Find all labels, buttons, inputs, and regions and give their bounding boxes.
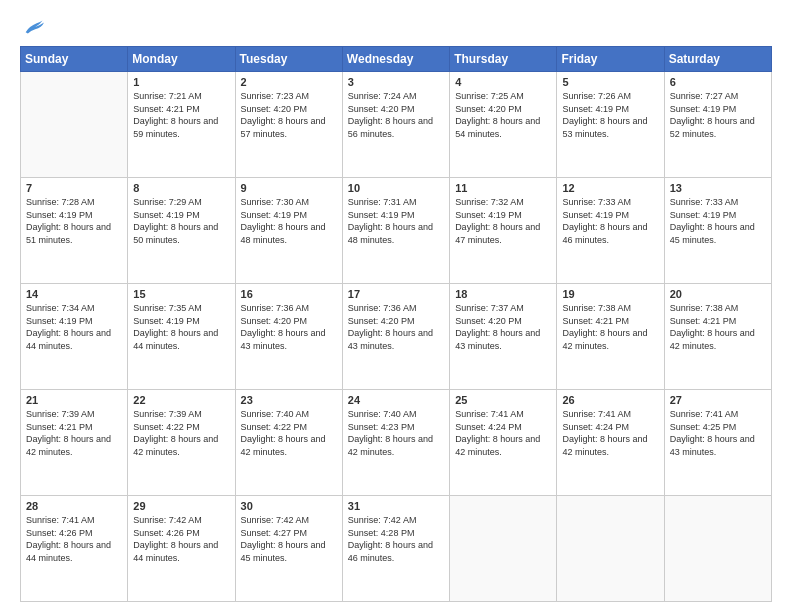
- calendar-week-row: 28Sunrise: 7:41 AM Sunset: 4:26 PM Dayli…: [21, 496, 772, 602]
- day-info: Sunrise: 7:33 AM Sunset: 4:19 PM Dayligh…: [562, 196, 658, 246]
- day-number: 7: [26, 182, 122, 194]
- day-info: Sunrise: 7:31 AM Sunset: 4:19 PM Dayligh…: [348, 196, 444, 246]
- calendar-day-cell: 19Sunrise: 7:38 AM Sunset: 4:21 PM Dayli…: [557, 284, 664, 390]
- calendar-day-cell: 1Sunrise: 7:21 AM Sunset: 4:21 PM Daylig…: [128, 72, 235, 178]
- day-number: 30: [241, 500, 337, 512]
- day-of-week-header: Monday: [128, 47, 235, 72]
- day-info: Sunrise: 7:30 AM Sunset: 4:19 PM Dayligh…: [241, 196, 337, 246]
- calendar-day-cell: 30Sunrise: 7:42 AM Sunset: 4:27 PM Dayli…: [235, 496, 342, 602]
- calendar-day-cell: 20Sunrise: 7:38 AM Sunset: 4:21 PM Dayli…: [664, 284, 771, 390]
- day-number: 8: [133, 182, 229, 194]
- calendar-day-cell: 13Sunrise: 7:33 AM Sunset: 4:19 PM Dayli…: [664, 178, 771, 284]
- day-number: 20: [670, 288, 766, 300]
- calendar-day-cell: 24Sunrise: 7:40 AM Sunset: 4:23 PM Dayli…: [342, 390, 449, 496]
- day-number: 31: [348, 500, 444, 512]
- calendar-day-cell: 2Sunrise: 7:23 AM Sunset: 4:20 PM Daylig…: [235, 72, 342, 178]
- day-info: Sunrise: 7:36 AM Sunset: 4:20 PM Dayligh…: [348, 302, 444, 352]
- day-info: Sunrise: 7:38 AM Sunset: 4:21 PM Dayligh…: [562, 302, 658, 352]
- day-info: Sunrise: 7:41 AM Sunset: 4:25 PM Dayligh…: [670, 408, 766, 458]
- day-info: Sunrise: 7:41 AM Sunset: 4:24 PM Dayligh…: [455, 408, 551, 458]
- day-number: 18: [455, 288, 551, 300]
- calendar-day-cell: 21Sunrise: 7:39 AM Sunset: 4:21 PM Dayli…: [21, 390, 128, 496]
- day-info: Sunrise: 7:42 AM Sunset: 4:27 PM Dayligh…: [241, 514, 337, 564]
- day-number: 3: [348, 76, 444, 88]
- day-number: 19: [562, 288, 658, 300]
- day-number: 5: [562, 76, 658, 88]
- calendar-table: SundayMondayTuesdayWednesdayThursdayFrid…: [20, 46, 772, 602]
- day-info: Sunrise: 7:42 AM Sunset: 4:26 PM Dayligh…: [133, 514, 229, 564]
- day-info: Sunrise: 7:39 AM Sunset: 4:21 PM Dayligh…: [26, 408, 122, 458]
- day-info: Sunrise: 7:21 AM Sunset: 4:21 PM Dayligh…: [133, 90, 229, 140]
- day-number: 17: [348, 288, 444, 300]
- calendar-day-cell: 15Sunrise: 7:35 AM Sunset: 4:19 PM Dayli…: [128, 284, 235, 390]
- day-number: 21: [26, 394, 122, 406]
- day-number: 22: [133, 394, 229, 406]
- calendar-day-cell: 26Sunrise: 7:41 AM Sunset: 4:24 PM Dayli…: [557, 390, 664, 496]
- day-info: Sunrise: 7:41 AM Sunset: 4:24 PM Dayligh…: [562, 408, 658, 458]
- logo: [20, 18, 44, 36]
- calendar-day-cell: 7Sunrise: 7:28 AM Sunset: 4:19 PM Daylig…: [21, 178, 128, 284]
- calendar-day-cell: 3Sunrise: 7:24 AM Sunset: 4:20 PM Daylig…: [342, 72, 449, 178]
- calendar-day-cell: 10Sunrise: 7:31 AM Sunset: 4:19 PM Dayli…: [342, 178, 449, 284]
- day-number: 29: [133, 500, 229, 512]
- day-number: 15: [133, 288, 229, 300]
- day-number: 28: [26, 500, 122, 512]
- day-number: 16: [241, 288, 337, 300]
- day-info: Sunrise: 7:26 AM Sunset: 4:19 PM Dayligh…: [562, 90, 658, 140]
- day-number: 4: [455, 76, 551, 88]
- calendar-day-cell: 28Sunrise: 7:41 AM Sunset: 4:26 PM Dayli…: [21, 496, 128, 602]
- day-info: Sunrise: 7:36 AM Sunset: 4:20 PM Dayligh…: [241, 302, 337, 352]
- calendar-day-cell: 18Sunrise: 7:37 AM Sunset: 4:20 PM Dayli…: [450, 284, 557, 390]
- day-info: Sunrise: 7:41 AM Sunset: 4:26 PM Dayligh…: [26, 514, 122, 564]
- day-number: 27: [670, 394, 766, 406]
- calendar-day-cell: 9Sunrise: 7:30 AM Sunset: 4:19 PM Daylig…: [235, 178, 342, 284]
- calendar-day-cell: [664, 496, 771, 602]
- day-info: Sunrise: 7:27 AM Sunset: 4:19 PM Dayligh…: [670, 90, 766, 140]
- day-info: Sunrise: 7:34 AM Sunset: 4:19 PM Dayligh…: [26, 302, 122, 352]
- calendar-day-cell: 16Sunrise: 7:36 AM Sunset: 4:20 PM Dayli…: [235, 284, 342, 390]
- day-info: Sunrise: 7:28 AM Sunset: 4:19 PM Dayligh…: [26, 196, 122, 246]
- day-number: 11: [455, 182, 551, 194]
- day-of-week-header: Thursday: [450, 47, 557, 72]
- calendar-week-row: 21Sunrise: 7:39 AM Sunset: 4:21 PM Dayli…: [21, 390, 772, 496]
- calendar-day-cell: 5Sunrise: 7:26 AM Sunset: 4:19 PM Daylig…: [557, 72, 664, 178]
- day-info: Sunrise: 7:37 AM Sunset: 4:20 PM Dayligh…: [455, 302, 551, 352]
- calendar-day-cell: 22Sunrise: 7:39 AM Sunset: 4:22 PM Dayli…: [128, 390, 235, 496]
- page: SundayMondayTuesdayWednesdayThursdayFrid…: [0, 0, 792, 612]
- calendar-week-row: 7Sunrise: 7:28 AM Sunset: 4:19 PM Daylig…: [21, 178, 772, 284]
- calendar-day-cell: 11Sunrise: 7:32 AM Sunset: 4:19 PM Dayli…: [450, 178, 557, 284]
- calendar-week-row: 14Sunrise: 7:34 AM Sunset: 4:19 PM Dayli…: [21, 284, 772, 390]
- day-of-week-header: Wednesday: [342, 47, 449, 72]
- day-number: 26: [562, 394, 658, 406]
- day-info: Sunrise: 7:39 AM Sunset: 4:22 PM Dayligh…: [133, 408, 229, 458]
- day-of-week-header: Sunday: [21, 47, 128, 72]
- day-number: 6: [670, 76, 766, 88]
- day-info: Sunrise: 7:29 AM Sunset: 4:19 PM Dayligh…: [133, 196, 229, 246]
- calendar-day-cell: 27Sunrise: 7:41 AM Sunset: 4:25 PM Dayli…: [664, 390, 771, 496]
- day-number: 12: [562, 182, 658, 194]
- day-info: Sunrise: 7:40 AM Sunset: 4:22 PM Dayligh…: [241, 408, 337, 458]
- day-number: 2: [241, 76, 337, 88]
- day-number: 23: [241, 394, 337, 406]
- calendar-day-cell: 6Sunrise: 7:27 AM Sunset: 4:19 PM Daylig…: [664, 72, 771, 178]
- day-info: Sunrise: 7:35 AM Sunset: 4:19 PM Dayligh…: [133, 302, 229, 352]
- day-number: 9: [241, 182, 337, 194]
- day-info: Sunrise: 7:38 AM Sunset: 4:21 PM Dayligh…: [670, 302, 766, 352]
- logo-bird-icon: [22, 18, 44, 36]
- day-number: 10: [348, 182, 444, 194]
- day-info: Sunrise: 7:24 AM Sunset: 4:20 PM Dayligh…: [348, 90, 444, 140]
- day-number: 25: [455, 394, 551, 406]
- calendar-header-row: SundayMondayTuesdayWednesdayThursdayFrid…: [21, 47, 772, 72]
- calendar-week-row: 1Sunrise: 7:21 AM Sunset: 4:21 PM Daylig…: [21, 72, 772, 178]
- day-info: Sunrise: 7:33 AM Sunset: 4:19 PM Dayligh…: [670, 196, 766, 246]
- day-number: 1: [133, 76, 229, 88]
- day-number: 24: [348, 394, 444, 406]
- calendar-day-cell: 25Sunrise: 7:41 AM Sunset: 4:24 PM Dayli…: [450, 390, 557, 496]
- calendar-day-cell: 12Sunrise: 7:33 AM Sunset: 4:19 PM Dayli…: [557, 178, 664, 284]
- calendar-day-cell: [557, 496, 664, 602]
- day-of-week-header: Friday: [557, 47, 664, 72]
- calendar-day-cell: 31Sunrise: 7:42 AM Sunset: 4:28 PM Dayli…: [342, 496, 449, 602]
- day-info: Sunrise: 7:23 AM Sunset: 4:20 PM Dayligh…: [241, 90, 337, 140]
- day-info: Sunrise: 7:32 AM Sunset: 4:19 PM Dayligh…: [455, 196, 551, 246]
- day-info: Sunrise: 7:40 AM Sunset: 4:23 PM Dayligh…: [348, 408, 444, 458]
